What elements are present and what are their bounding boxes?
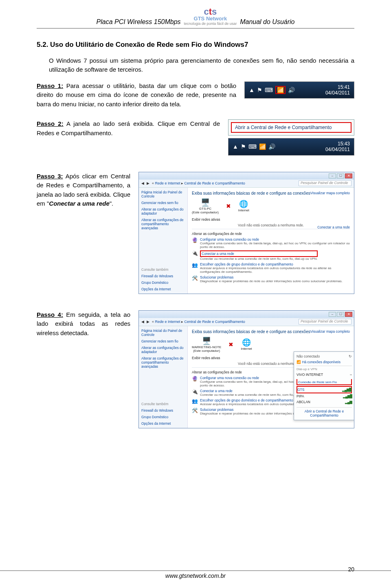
wifi-avail: 📶 Há conexões disponíveis bbox=[297, 360, 352, 364]
main-pane: Exiba suas informações básicas de rede e… bbox=[188, 326, 354, 428]
tray-up-icon[interactable]: ▲ bbox=[249, 87, 255, 93]
pc-name: MARKETING-NOTE bbox=[192, 345, 221, 349]
breadcrumb[interactable]: « Rede e Internet ▸ Central de Rede e Co… bbox=[152, 320, 245, 324]
sidebar-home[interactable]: Página Inicial do Painel de Controle bbox=[141, 329, 185, 337]
back-button[interactable]: ◀ bbox=[141, 320, 144, 324]
intro-paragraph: O Windows 7 possui um sistema próprio pa… bbox=[49, 56, 354, 74]
sidebar-sharing-settings[interactable]: Alterar as configurações de compartilham… bbox=[141, 356, 185, 369]
close-button[interactable]: ✕ bbox=[345, 173, 352, 178]
network-tray-icon[interactable]: 📶 bbox=[259, 143, 266, 150]
signal-icon: ▂▄▆ bbox=[345, 400, 352, 404]
address-bar: ◀ ▶ « Rede e Internet ▸ Central de Rede … bbox=[139, 318, 354, 326]
opt-homegroup[interactable]: 👥Escolher opções de grupo doméstico e de… bbox=[192, 262, 350, 274]
flag-icon[interactable]: ⚑ bbox=[257, 87, 262, 93]
refresh-icon[interactable]: ↻ bbox=[349, 354, 352, 358]
sidebar-homegroup[interactable]: Grupo Doméstico bbox=[141, 281, 185, 285]
step3-text: Passo 3: Após clicar em Central de Redes… bbox=[37, 172, 130, 208]
main-pane: Exiba suas informações básicas de rede e… bbox=[188, 188, 354, 294]
lang-icon[interactable]: ⌨ bbox=[265, 87, 273, 93]
search-input[interactable]: Pesquisar Painel de Controle bbox=[299, 180, 351, 186]
wizard-icon: 🔮 bbox=[192, 376, 198, 382]
internet-label: Internet bbox=[241, 347, 252, 351]
homegroup-icon: 👥 bbox=[192, 262, 198, 268]
internet-label: Internet bbox=[238, 208, 249, 212]
sidebar: Página Inicial do Painel de Controle Ger… bbox=[139, 188, 188, 294]
network-tray-icon[interactable]: 📶 bbox=[275, 86, 286, 94]
context-menu: Abrir a Central de Rede e Compartilhamen… bbox=[228, 119, 354, 136]
globe-icon: 🌐 bbox=[239, 200, 248, 208]
logo-brand: GTS Network bbox=[194, 15, 227, 22]
maximize-button[interactable]: ☐ bbox=[337, 312, 344, 317]
sidebar: Página Inicial do Painel de Controle Ger… bbox=[139, 326, 188, 428]
maximize-button[interactable]: ☐ bbox=[337, 173, 344, 178]
volume-icon[interactable]: 🔊 bbox=[288, 87, 295, 93]
signal-icon: ▂▄▆█ bbox=[343, 394, 352, 398]
sidebar-internet-options[interactable]: Opções da Internet bbox=[141, 287, 185, 291]
wifi-net-abclan[interactable]: ABCLAN▂▄▆ bbox=[297, 399, 352, 405]
search-input[interactable]: Pesquisar Painel de Controle bbox=[299, 319, 351, 325]
step4-label: Passo 4: bbox=[37, 311, 63, 318]
page-header: Placa PCI Wireless 150Mbps cts GTS Netwo… bbox=[37, 8, 354, 29]
tray-clock[interactable]: 15:41 04/04/2011 bbox=[325, 84, 350, 96]
pc-sub: (Este computador) bbox=[192, 211, 219, 214]
forward-button[interactable]: ▶ bbox=[147, 320, 149, 324]
view-map-link[interactable]: Visualizar mapa completo bbox=[310, 329, 350, 333]
wifi-open-center[interactable]: Abrir a Central de Rede e Compartilhamen… bbox=[297, 407, 352, 417]
brand-logo: cts GTS Network tecnologia de ponta fáci… bbox=[184, 8, 237, 26]
breadcrumb[interactable]: « Rede e Internet ▸ Central de Rede e Co… bbox=[152, 181, 245, 185]
opt-new-connection[interactable]: 🔮Configurar uma nova conexão ou redeConf… bbox=[192, 237, 350, 249]
active-networks-hdr: Exibir redes ativas bbox=[192, 217, 350, 222]
ctx-open-network-center[interactable]: Abrir a Central de Rede e Compartilhamen… bbox=[231, 122, 351, 133]
step1-row: Passo 1: Para acessar o utilitário, bast… bbox=[37, 81, 354, 109]
step3-body-b: ". bbox=[110, 200, 114, 207]
opt-troubleshoot[interactable]: 🛠️Solucionar problemasDiagnosticar e rep… bbox=[192, 275, 350, 283]
network-center-window-2: – ☐ ✕ ◀ ▶ « Rede e Internet ▸ Central de… bbox=[138, 310, 354, 428]
header-right: Manual do Usuário bbox=[240, 18, 294, 26]
sidebar-homegroup[interactable]: Grupo Doméstico bbox=[141, 415, 185, 419]
disconnect-icon: ✖ bbox=[228, 341, 233, 348]
back-button[interactable]: ◀ bbox=[141, 181, 144, 185]
sidebar-internet-options[interactable]: Opções da Internet bbox=[141, 421, 185, 426]
sidebar-adapter-settings[interactable]: Alterar as configurações do adaptador bbox=[141, 207, 185, 215]
tray-up-icon[interactable]: ▲ bbox=[233, 143, 238, 150]
sidebar-manage-wifi[interactable]: Gerenciar redes sem fio bbox=[141, 201, 185, 205]
lang-icon[interactable]: ⌨ bbox=[248, 143, 257, 150]
forward-button[interactable]: ▶ bbox=[147, 181, 149, 185]
close-button[interactable]: ✕ bbox=[345, 312, 352, 317]
wifi-section-dialup: Dial-up e VPN bbox=[297, 366, 352, 371]
sidebar-firewall[interactable]: Firewall do Windows bbox=[141, 408, 185, 412]
step3-em: Conectar a uma rede bbox=[49, 200, 109, 207]
sidebar-sharing-settings[interactable]: Alterar as configurações de compartilham… bbox=[141, 218, 185, 230]
tray-clock[interactable]: 15:43 04/04/2011 bbox=[325, 141, 350, 153]
troubleshoot-icon: 🛠️ bbox=[192, 408, 198, 413]
sidebar-firewall[interactable]: Firewall do Windows bbox=[141, 274, 185, 278]
step1-body: Para acessar o utilitário, basta dar um … bbox=[37, 82, 236, 108]
sidebar-adapter-settings[interactable]: Alterar as configurações do adaptador bbox=[141, 346, 185, 354]
step3-row: Passo 3: Após clicar em Central de Redes… bbox=[37, 172, 354, 294]
homegroup-icon: 👥 bbox=[192, 398, 198, 404]
wifi-popup: Não conectado↻ 📶 Há conexões disponíveis… bbox=[294, 351, 354, 420]
connect-network-link[interactable]: Conectar a uma rede bbox=[317, 225, 350, 229]
wifi-vpn-item[interactable]: VIVO INTERNET– bbox=[297, 372, 352, 377]
view-map-link[interactable]: Visualizar mapa completo bbox=[310, 191, 350, 195]
wifi-net-gts[interactable]: GTS▂▄▆█ bbox=[297, 386, 352, 393]
opt-connect-network[interactable]: 🔌Conectar a uma redeConectar ou reconect… bbox=[192, 250, 350, 261]
logo-icon: cts bbox=[204, 8, 217, 15]
sidebar-see-also: Consulte também bbox=[141, 402, 185, 406]
sidebar-see-also: Consulte também bbox=[141, 268, 185, 272]
flag-icon[interactable]: ⚑ bbox=[241, 143, 246, 150]
sidebar-manage-wifi[interactable]: Gerenciar redes sem fio bbox=[141, 339, 185, 343]
wifi-net-pipa[interactable]: PIPA▂▄▆█ bbox=[297, 393, 352, 399]
volume-icon[interactable]: 🔊 bbox=[268, 143, 275, 150]
step2-body: A janela ao lado será exibida. Clique em… bbox=[37, 120, 220, 136]
minimize-button[interactable]: – bbox=[329, 173, 336, 178]
logo-tagline: tecnologia de ponta fácil de usar bbox=[184, 22, 237, 26]
minimize-button[interactable]: – bbox=[329, 312, 336, 317]
address-bar: ◀ ▶ « Rede e Internet ▸ Central de Rede … bbox=[139, 180, 354, 188]
clock-time: 15:43 bbox=[325, 141, 350, 147]
troubleshoot-icon: 🛠️ bbox=[192, 275, 198, 281]
pc-icon: 🖥️ bbox=[201, 198, 210, 207]
sidebar-home[interactable]: Página Inicial do Painel de Controle bbox=[141, 190, 185, 198]
header-left: Placa PCI Wireless 150Mbps bbox=[97, 18, 181, 26]
step2-row: Passo 2: A janela ao lado será exibida. … bbox=[37, 119, 354, 156]
